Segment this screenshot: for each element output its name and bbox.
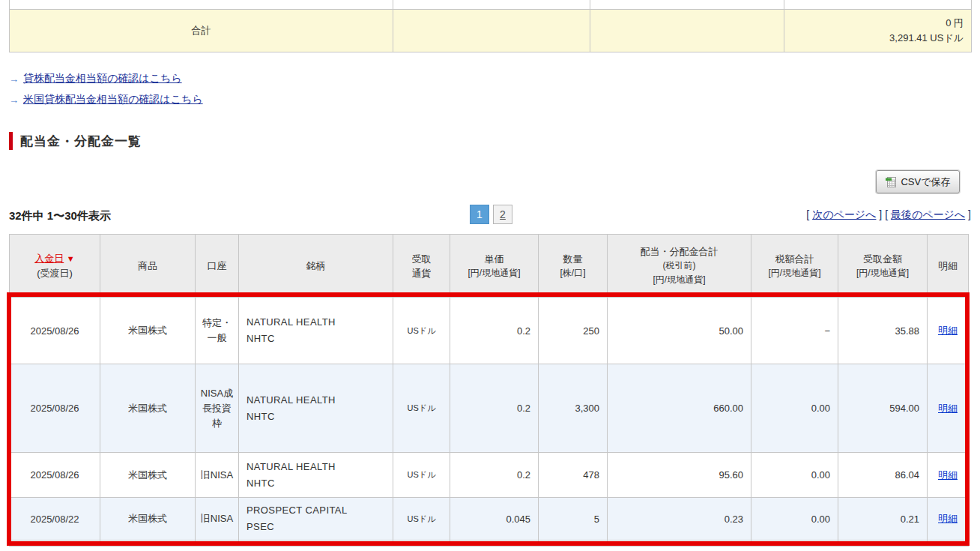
cutoff-cell [10, 541, 100, 547]
cell-date: 2025/08/22 [10, 498, 100, 541]
header-dividend-line2: (税引前) [609, 259, 749, 273]
cutoff-cell [751, 541, 838, 547]
sort-descending-icon: ▼ [67, 254, 75, 263]
result-count-text: 32件中 1〜30件表示 [9, 209, 111, 223]
csv-save-button-label: CSVで保存 [901, 175, 950, 189]
cell-currency: USドル [393, 498, 450, 541]
cell-dividend: 660.00 [608, 364, 751, 453]
cell-name: NATURAL HEALTH NHTC [239, 453, 393, 498]
cell-detail: 明細 [928, 453, 969, 498]
cell-currency: USドル [393, 453, 450, 498]
cutoff-cell [838, 541, 928, 547]
csv-save-button[interactable]: CSVで保存 [876, 170, 960, 193]
name-line2: PSEC [246, 519, 393, 535]
total-label: 合計 [10, 9, 393, 52]
bracket: [ [885, 208, 888, 220]
date-sort-link[interactable]: 入金日 [34, 253, 64, 264]
table-header-row: 入金日 ▼ (受渡日) 商品 口座 銘柄 受取 通貨 単価 [円/現地通貨] 数… [10, 235, 969, 298]
summary-cutoff-cell [590, 0, 784, 9]
detail-link[interactable]: 明細 [938, 403, 958, 414]
dividend-table: 入金日 ▼ (受渡日) 商品 口座 銘柄 受取 通貨 単価 [円/現地通貨] 数… [9, 234, 969, 547]
total-jpy: 0 円 [784, 16, 964, 31]
summary-total-row: 合計 0 円 3,291.41 USドル [10, 9, 972, 52]
section-accent-bar [9, 132, 13, 150]
header-date-sub: (受渡日) [11, 266, 98, 280]
header-amount-line1: 受取金額 [840, 252, 925, 266]
header-dividend-total: 配当・分配金合計 (税引前) [円/現地通貨] [608, 235, 751, 298]
cell-product: 米国株式 [100, 364, 196, 453]
cutoff-cell [539, 541, 608, 547]
cell-price: 0.2 [450, 298, 539, 364]
name-line1: NATURAL HEALTH [246, 459, 393, 475]
header-product: 商品 [100, 235, 196, 298]
arrow-right-icon: → [9, 94, 19, 106]
pagination-page-2[interactable]: 2 [493, 205, 512, 224]
cell-amount: 594.00 [838, 364, 928, 453]
header-tax-unit: [円/現地通貨] [753, 266, 836, 280]
total-empty-cell [393, 9, 590, 52]
header-amount-unit: [円/現地通貨] [840, 266, 925, 280]
detail-link[interactable]: 明細 [938, 469, 958, 481]
cell-name: NATURAL HEALTH NHTC [239, 364, 393, 453]
header-account: 口座 [196, 235, 239, 298]
name-line1: NATURAL HEALTH [246, 314, 393, 331]
cell-product: 米国株式 [100, 498, 196, 541]
table-row-cutoff [10, 541, 969, 547]
cell-currency: USドル [393, 364, 450, 453]
header-detail: 明細 [928, 235, 969, 298]
header-received-amount: 受取金額 [円/現地通貨] [838, 235, 928, 298]
name-line1: NATURAL HEALTH [246, 392, 393, 409]
cell-account: NISA成長投資枠 [196, 364, 239, 453]
cell-product: 米国株式 [100, 453, 196, 498]
cell-detail: 明細 [928, 364, 969, 453]
cell-account: 旧NISA [196, 453, 239, 498]
arrow-right-icon: → [9, 73, 19, 85]
cell-quantity: 5 [539, 498, 608, 541]
name-line2: NHTC [246, 409, 393, 425]
cutoff-cell [608, 541, 751, 547]
name-line2: NHTC [246, 331, 393, 347]
cell-tax: 0.00 [751, 453, 838, 498]
cell-tax: − [751, 298, 838, 364]
dividend-page: 合計 0 円 3,291.41 USドル → 貸株配当金相当額の確認はこちら →… [0, 0, 980, 551]
header-currency-line1: 受取 [395, 252, 448, 266]
cell-price: 0.2 [450, 364, 539, 453]
cell-account: 旧NISA [196, 498, 239, 541]
cutoff-cell [450, 541, 539, 547]
detail-link[interactable]: 明細 [938, 513, 958, 524]
bracket: ] [879, 208, 882, 220]
total-usd: 3,291.41 USドル [784, 31, 964, 46]
header-price: 単価 [円/現地通貨] [450, 235, 539, 298]
cell-date: 2025/08/26 [10, 298, 100, 364]
next-page-link[interactable]: 次のページへ [812, 208, 876, 220]
table-row: 2025/08/26 米国株式 NISA成長投資枠 NATURAL HEALTH… [10, 364, 969, 453]
cutoff-cell [928, 541, 969, 547]
lending-dividend-link[interactable]: 貸株配当金相当額の確認はこちら [23, 72, 182, 85]
header-currency-line2: 通貨 [395, 266, 448, 280]
header-price-unit: [円/現地通貨] [452, 266, 536, 280]
bracket: [ [806, 208, 809, 220]
name-line1: PROSPECT CAPITAL [246, 502, 393, 519]
cell-tax: 0.00 [751, 498, 838, 541]
summary-cutoff-cell [784, 0, 972, 9]
cell-dividend: 0.23 [608, 498, 751, 541]
cell-quantity: 3,300 [539, 364, 608, 453]
name-line2: NHTC [246, 475, 393, 492]
cell-quantity: 478 [539, 453, 608, 498]
cell-amount: 35.88 [838, 298, 928, 364]
detail-link[interactable]: 明細 [938, 325, 958, 336]
cell-date: 2025/08/26 [10, 453, 100, 498]
cell-detail: 明細 [928, 498, 969, 541]
us-lending-dividend-link[interactable]: 米国貸株配当金相当額の確認はこちら [23, 93, 203, 106]
header-name: 銘柄 [239, 235, 393, 298]
cell-name: PROSPECT CAPITAL PSEC [239, 498, 393, 541]
summary-total-table: 合計 0 円 3,291.41 USドル [9, 0, 972, 52]
summary-cutoff-cell [393, 0, 590, 9]
cutoff-cell [393, 541, 450, 547]
header-dividend-line1: 配当・分配金合計 [609, 244, 749, 259]
last-page-link[interactable]: 最後のページへ [891, 208, 965, 220]
header-tax-line1: 税額合計 [753, 252, 836, 266]
cutoff-cell [100, 541, 196, 547]
pagination-page-2-link[interactable]: 2 [500, 208, 506, 220]
us-lending-dividend-link-row: → 米国貸株配当金相当額の確認はこちら [9, 93, 203, 106]
